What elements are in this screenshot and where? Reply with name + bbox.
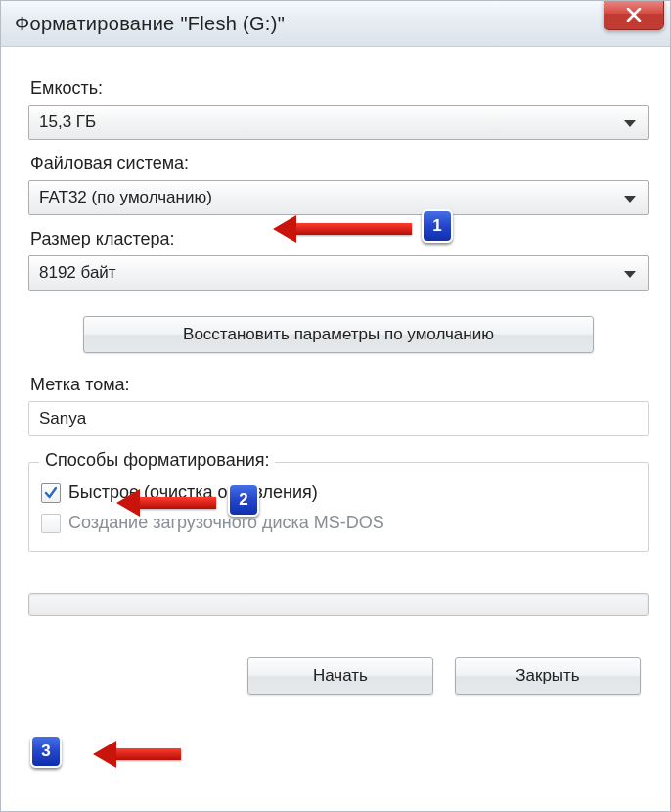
quick-format-checkbox[interactable] (41, 483, 61, 503)
format-options-title: Способы форматирования: (39, 450, 275, 471)
capacity-value: 15,3 ГБ (39, 113, 96, 132)
msdos-boot-label: Создание загрузочного диска MS-DOS (68, 513, 384, 533)
restore-defaults-button[interactable]: Восстановить параметры по умолчанию (83, 316, 594, 353)
window-title: Форматирование "Flesh (G:)" (15, 13, 285, 35)
format-options-group: Способы форматирования: Быстрое (очистка… (28, 462, 649, 552)
close-icon (626, 8, 642, 22)
quick-format-label: Быстрое (очистка оглавления) (68, 482, 318, 503)
close-button[interactable]: Закрыть (455, 657, 641, 695)
filesystem-label: Файловая система: (30, 154, 649, 174)
checkmark-icon (44, 486, 58, 500)
capacity-label: Емкость: (30, 78, 649, 99)
dialog-body: Емкость: 15,3 ГБ Файловая система: FAT32… (1, 47, 670, 712)
cluster-value: 8192 байт (39, 263, 116, 283)
capacity-select[interactable]: 15,3 ГБ (28, 105, 649, 140)
volume-label: Метка тома: (30, 375, 649, 395)
start-button-label: Начать (313, 666, 368, 686)
annotation-badge-3: 3 (30, 735, 62, 768)
cluster-label: Размер кластера: (30, 229, 649, 249)
msdos-boot-row: Создание загрузочного диска MS-DOS (41, 513, 636, 533)
cluster-select[interactable]: 8192 байт (28, 255, 649, 291)
msdos-boot-checkbox (41, 514, 61, 533)
close-window-button[interactable] (604, 0, 664, 30)
filesystem-select[interactable]: FAT32 (по умолчанию) (28, 180, 649, 215)
titlebar: Форматирование "Flesh (G:)" (1, 1, 670, 47)
close-button-label: Закрыть (515, 666, 579, 686)
filesystem-value: FAT32 (по умолчанию) (39, 188, 212, 207)
progress-bar (28, 593, 649, 616)
start-button[interactable]: Начать (247, 657, 433, 695)
volume-input[interactable]: Sanya (28, 401, 649, 436)
quick-format-row[interactable]: Быстрое (очистка оглавления) (41, 482, 636, 503)
restore-defaults-label: Восстановить параметры по умолчанию (183, 325, 494, 344)
arrow-icon (114, 748, 181, 760)
volume-value: Sanya (39, 409, 86, 429)
format-dialog: Форматирование "Flesh (G:)" Емкость: 15,… (0, 0, 671, 812)
